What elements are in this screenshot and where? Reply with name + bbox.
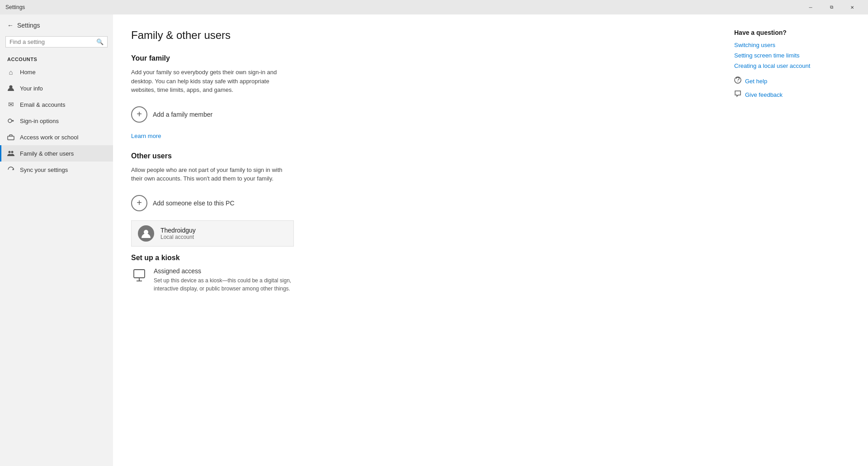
- screen-time-link[interactable]: Setting screen time limits: [734, 52, 857, 59]
- sync-icon: [7, 166, 14, 173]
- other-users-title: Other users: [131, 152, 705, 160]
- minimize-button[interactable]: ─: [800, 0, 821, 14]
- sidebar-item-label-your-info: Your info: [20, 85, 43, 92]
- sidebar-item-label-email: Email & accounts: [20, 101, 65, 108]
- titlebar-controls: ─ ⧉ ✕: [800, 0, 863, 14]
- sidebar-item-label-work: Access work or school: [20, 134, 78, 141]
- sidebar-item-label-family: Family & other users: [20, 150, 74, 157]
- add-other-icon: +: [131, 195, 147, 211]
- svg-rect-6: [134, 270, 145, 278]
- user-name: Thedroidguy: [160, 227, 196, 234]
- other-users-description: Allow people who are not part of your fa…: [131, 166, 294, 183]
- svg-point-3: [9, 151, 11, 153]
- kiosk-icon: [131, 267, 147, 284]
- sidebar-item-label-home: Home: [20, 69, 36, 76]
- switching-users-link[interactable]: Switching users: [734, 42, 857, 48]
- get-help-action[interactable]: Get help: [734, 76, 857, 86]
- email-icon: ✉: [7, 101, 14, 108]
- sidebar-item-sign-in[interactable]: Sign-in options: [0, 113, 113, 129]
- app-container: ← Settings 🔍 Accounts ⌂ Home Your info ✉…: [0, 14, 868, 466]
- back-label: Settings: [17, 22, 40, 29]
- briefcase-icon: [7, 133, 14, 141]
- person-icon: [7, 85, 14, 92]
- right-panel: Have a question? Switching users Setting…: [723, 14, 868, 466]
- kiosk-title: Set up a kiosk: [131, 254, 705, 262]
- give-feedback-label[interactable]: Give feedback: [745, 91, 783, 98]
- titlebar: Settings ─ ⧉ ✕: [0, 0, 868, 14]
- assigned-access-title: Assigned access: [154, 267, 294, 275]
- add-family-member-row[interactable]: + Add a family member: [131, 103, 705, 126]
- user-avatar: [138, 225, 154, 242]
- feedback-icon: [734, 90, 741, 99]
- get-help-label[interactable]: Get help: [745, 78, 767, 85]
- your-family-title: Your family: [131, 54, 705, 62]
- page-title: Family & other users: [131, 29, 705, 42]
- add-other-user-row[interactable]: + Add someone else to this PC: [131, 191, 705, 215]
- titlebar-title: Settings: [5, 4, 800, 10]
- user-info: Thedroidguy Local account: [160, 227, 196, 240]
- close-button[interactable]: ✕: [842, 0, 863, 14]
- search-icon: 🔍: [96, 38, 104, 45]
- sidebar: ← Settings 🔍 Accounts ⌂ Home Your info ✉…: [0, 14, 113, 466]
- main-content: Family & other users Your family Add you…: [113, 14, 723, 466]
- restore-button[interactable]: ⧉: [821, 0, 842, 14]
- add-family-icon: +: [131, 106, 147, 123]
- sidebar-item-label-sync: Sync your settings: [20, 166, 68, 173]
- help-title: Have a question?: [734, 29, 857, 36]
- svg-point-1: [8, 119, 12, 123]
- search-input[interactable]: [9, 38, 94, 45]
- user-item[interactable]: Thedroidguy Local account: [131, 220, 294, 247]
- add-other-label: Add someone else to this PC: [153, 200, 235, 207]
- search-box[interactable]: 🔍: [5, 36, 108, 48]
- sidebar-item-email-accounts[interactable]: ✉ Email & accounts: [0, 96, 113, 113]
- key-icon: [7, 117, 14, 124]
- sidebar-item-access-work[interactable]: Access work or school: [0, 129, 113, 145]
- back-button[interactable]: ← Settings: [0, 18, 113, 33]
- home-icon: ⌂: [7, 68, 14, 76]
- your-family-description: Add your family so everybody gets their …: [131, 68, 294, 95]
- back-icon: ←: [7, 22, 14, 29]
- learn-more-link[interactable]: Learn more: [131, 133, 161, 139]
- kiosk-row: Assigned access Set up this device as a …: [131, 267, 294, 293]
- add-family-label: Add a family member: [153, 111, 212, 118]
- sidebar-item-your-info[interactable]: Your info: [0, 80, 113, 96]
- sidebar-item-family[interactable]: Family & other users: [0, 145, 113, 162]
- give-feedback-action[interactable]: Give feedback: [734, 90, 857, 99]
- sidebar-item-sync[interactable]: Sync your settings: [0, 162, 113, 178]
- local-account-link[interactable]: Creating a local user account: [734, 62, 857, 69]
- user-type: Local account: [160, 234, 196, 240]
- get-help-icon: [734, 76, 741, 86]
- svg-point-4: [11, 151, 14, 153]
- sidebar-item-label-signin: Sign-in options: [20, 118, 59, 124]
- assigned-access-desc: Set up this device as a kiosk—this could…: [154, 276, 294, 293]
- sidebar-item-home[interactable]: ⌂ Home: [0, 64, 113, 80]
- svg-rect-2: [8, 136, 14, 140]
- kiosk-info: Assigned access Set up this device as a …: [154, 267, 294, 293]
- sidebar-section-label: Accounts: [0, 51, 113, 64]
- family-icon: [7, 150, 14, 157]
